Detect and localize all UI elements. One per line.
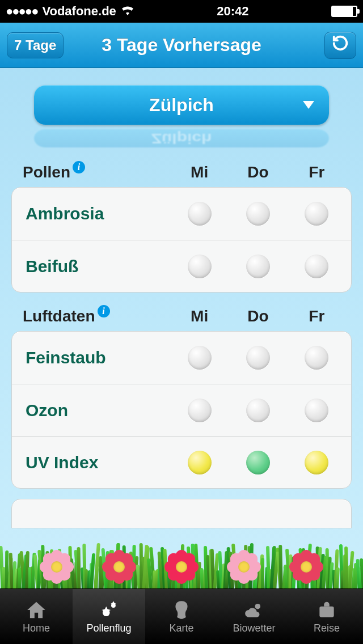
tab-bar: HomePollenflugKarteBiowetterReise (0, 588, 363, 644)
pollen-label: Pollen (23, 163, 70, 181)
day-col-1: Mi (170, 307, 229, 325)
air-table: FeinstaubOzonUV Index (11, 331, 352, 489)
tab-home[interactable]: Home (0, 589, 73, 644)
day-col-3: Fr (288, 163, 346, 181)
tab-label: Biowetter (233, 622, 275, 634)
row-label: UV Index (26, 453, 171, 472)
level-cell (171, 255, 229, 278)
level-indicator (305, 202, 328, 226)
next-card-peek (11, 499, 352, 528)
level-cell (287, 451, 345, 474)
level-cell (287, 346, 345, 370)
tab-pollen[interactable]: Pollenflug (73, 589, 145, 644)
carrier-label: Vodafone.de (42, 4, 116, 19)
clock: 20:42 (134, 4, 331, 19)
tab-label: Karte (169, 622, 193, 634)
info-icon[interactable]: i (73, 161, 85, 173)
meadow-decoration (0, 526, 363, 588)
refresh-button[interactable] (324, 32, 356, 59)
signal-strength: ●●●●● (6, 4, 37, 19)
level-cell (287, 202, 345, 226)
level-cell (229, 451, 288, 474)
pollen-section-header: Pollen i Mi Do Fr (0, 155, 363, 187)
info-icon[interactable]: i (98, 305, 110, 317)
wifi-icon (121, 4, 134, 19)
row-label: Feinstaub (26, 348, 171, 367)
map-icon (169, 599, 194, 621)
pollen-icon (96, 599, 121, 621)
day-col-3: Fr (288, 307, 346, 325)
level-indicator (188, 399, 212, 422)
svg-point-2 (255, 604, 261, 609)
air-section-header: Luftdaten i Mi Do Fr (0, 293, 363, 331)
refresh-icon (332, 35, 349, 56)
tab-biowetter[interactable]: Biowetter (218, 589, 290, 644)
level-indicator (305, 399, 328, 422)
toggle-7tage-button[interactable]: 7 Tage (7, 32, 64, 58)
location-reflection: Zülpich (34, 129, 329, 147)
level-cell (287, 255, 345, 278)
level-indicator (305, 255, 328, 278)
table-row[interactable]: Beifuß (12, 240, 351, 292)
day-col-2: Do (229, 163, 287, 181)
level-cell (171, 399, 229, 422)
level-cell (229, 202, 288, 226)
level-indicator (246, 202, 270, 226)
row-label: Ozon (26, 401, 171, 420)
level-cell (229, 255, 288, 278)
level-cell (171, 202, 229, 226)
status-bar: ●●●●● Vodafone.de 20:42 (0, 0, 363, 23)
level-indicator (246, 346, 270, 370)
location-selected-label: Zülpich (149, 95, 214, 115)
level-cell (287, 399, 345, 422)
row-label: Beifuß (26, 257, 171, 276)
level-indicator (246, 399, 270, 422)
navigation-bar: 7 Tage 3 Tage Vorhersage (0, 23, 363, 68)
reise-icon (314, 599, 339, 621)
day-col-2: Do (229, 307, 287, 325)
level-indicator (305, 346, 328, 370)
level-indicator (188, 451, 212, 474)
tab-label: Reise (314, 622, 340, 634)
tab-map[interactable]: Karte (145, 589, 218, 644)
home-icon (24, 599, 49, 621)
level-indicator (305, 451, 328, 474)
level-indicator (188, 255, 212, 278)
level-indicator (188, 202, 212, 226)
table-row[interactable]: UV Index (12, 436, 351, 488)
svg-rect-3 (319, 607, 334, 617)
pollen-table: AmbrosiaBeifuß (11, 187, 352, 293)
level-cell (229, 346, 288, 370)
level-cell (171, 451, 229, 474)
tab-reise[interactable]: Reise (290, 589, 363, 644)
biowetter-icon (242, 599, 267, 621)
location-selector[interactable]: Zülpich (34, 85, 329, 125)
tab-label: Pollenflug (86, 622, 131, 634)
level-indicator (188, 346, 212, 370)
table-row[interactable]: Ambrosia (12, 188, 351, 240)
tab-label: Home (23, 622, 50, 634)
table-row[interactable]: Feinstaub (12, 332, 351, 384)
table-row[interactable]: Ozon (12, 384, 351, 436)
day-col-1: Mi (170, 163, 229, 181)
battery-icon (331, 6, 357, 17)
chevron-down-icon (303, 101, 314, 109)
level-indicator (246, 451, 270, 474)
air-label: Luftdaten (23, 307, 95, 325)
level-cell (171, 346, 229, 370)
row-label: Ambrosia (26, 204, 171, 223)
level-indicator (246, 255, 270, 278)
level-cell (229, 399, 288, 422)
